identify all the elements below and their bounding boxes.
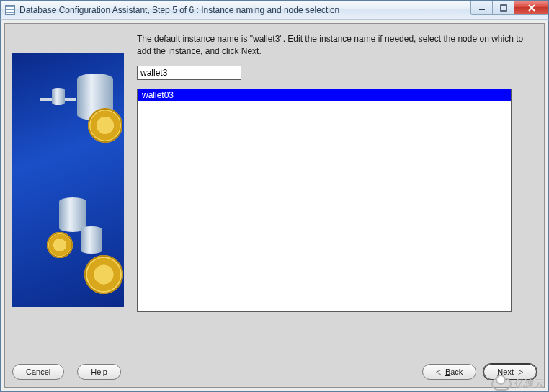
titlebar: Database Configuration Assistant, Step 5… <box>0 0 549 20</box>
next-button[interactable]: Next ᐳ <box>483 364 537 380</box>
button-bar: Cancel Help ᐸ Back Next ᐳ <box>12 362 537 381</box>
main-area: The default instance name is "wallet3". … <box>137 32 537 312</box>
help-button[interactable]: Help <box>77 364 121 380</box>
next-label: Next <box>497 368 514 376</box>
minimize-button[interactable] <box>470 1 492 15</box>
app-icon <box>5 5 15 15</box>
window-title: Database Configuration Assistant, Step 5… <box>19 5 339 15</box>
back-label: Back <box>445 368 463 376</box>
wizard-graphic <box>12 53 124 307</box>
instruction-text: The default instance name is "wallet3". … <box>137 33 535 58</box>
node-list-item[interactable]: wallet03 <box>138 89 511 101</box>
svg-rect-1 <box>501 5 506 11</box>
wizard-panel: The default instance name is "wallet3". … <box>4 23 545 388</box>
node-list[interactable]: wallet03 <box>137 89 512 312</box>
cancel-button[interactable]: Cancel <box>12 364 64 380</box>
window-body: The default instance name is "wallet3". … <box>0 20 549 392</box>
window-controls <box>470 1 548 15</box>
instance-name-input[interactable] <box>137 66 241 80</box>
cancel-label: Cancel <box>26 368 50 376</box>
help-label: Help <box>91 368 107 376</box>
chevron-right-icon: ᐳ <box>518 368 523 376</box>
chevron-left-icon: ᐸ <box>436 368 441 376</box>
back-button[interactable]: ᐸ Back <box>422 364 476 380</box>
maximize-button[interactable] <box>492 1 514 15</box>
close-button[interactable] <box>514 1 548 15</box>
